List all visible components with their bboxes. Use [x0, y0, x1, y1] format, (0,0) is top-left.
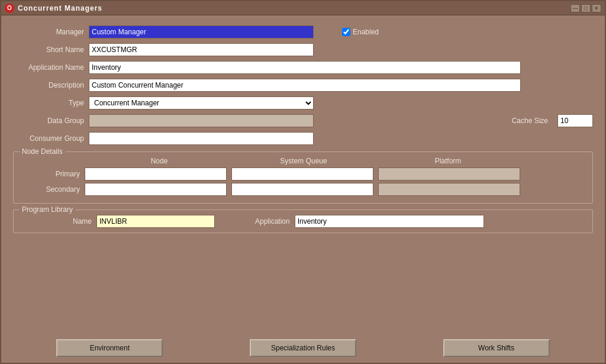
primary-platform-input[interactable] — [378, 167, 520, 181]
specialization-rules-button[interactable]: Specialization Rules — [250, 339, 356, 357]
node-col-header-sysqueue: System Queue — [233, 157, 375, 165]
appname-label: Application Name — [13, 63, 84, 72]
window-title: Concurrent Managers — [18, 4, 567, 12]
description-input[interactable] — [89, 79, 521, 92]
shortname-input[interactable] — [89, 43, 314, 56]
program-library-section: Program Library Name Application — [13, 210, 593, 233]
work-shifts-button[interactable]: Work Shifts — [443, 339, 550, 357]
primary-node-input[interactable] — [85, 167, 227, 181]
datagroup-label: Data Group — [13, 117, 84, 125]
consumergroup-label: Consumer Group — [13, 134, 84, 143]
main-window: O Concurrent Managers — □ ✕ Manager Enab… — [0, 0, 606, 364]
lib-name-input[interactable] — [96, 215, 215, 228]
cachesize-label: Cache Size — [512, 117, 548, 125]
enabled-checkbox[interactable] — [342, 28, 350, 36]
secondary-node-row: Secondary — [21, 183, 585, 196]
node-col-header-platform: Platform — [375, 157, 521, 165]
window-controls: — □ ✕ — [570, 4, 601, 12]
appname-input[interactable] — [89, 61, 521, 74]
lib-name-label: Name — [21, 217, 92, 226]
restore-button[interactable]: □ — [581, 4, 591, 12]
lib-application-label: Application — [255, 217, 290, 226]
secondary-sysqueue-input[interactable] — [231, 183, 373, 196]
node-details-title: Node Details — [20, 147, 65, 156]
node-col-header-node: Node — [86, 157, 233, 165]
manager-label: Manager — [13, 28, 84, 36]
type-select[interactable]: Concurrent Manager Internal Monitor Tran… — [89, 96, 314, 109]
type-row: Type Concurrent Manager Internal Monitor… — [13, 96, 593, 110]
enabled-container: Enabled — [342, 28, 379, 36]
shortname-row: Short Name — [13, 43, 593, 57]
node-details-section: Node Details Node System Queue Platform … — [13, 152, 593, 204]
description-row: Description — [13, 78, 593, 92]
cachesize-input[interactable] — [557, 114, 593, 127]
manager-input[interactable] — [89, 25, 314, 38]
minimize-button[interactable]: — — [570, 4, 580, 12]
environment-button[interactable]: Environment — [56, 339, 163, 357]
manager-row: Manager Enabled — [13, 25, 593, 39]
primary-node-row: Primary — [21, 167, 585, 181]
app-icon: O — [5, 4, 14, 13]
datagroup-input[interactable] — [89, 114, 314, 127]
program-lib-row: Name Application — [21, 215, 585, 228]
enabled-label: Enabled — [353, 28, 379, 36]
primary-sysqueue-input[interactable] — [231, 167, 373, 181]
node-column-headers: Node System Queue Platform — [21, 157, 585, 165]
primary-label: Primary — [21, 170, 80, 178]
secondary-platform-input[interactable] — [378, 183, 520, 196]
consumergroup-row: Consumer Group — [13, 131, 593, 146]
buttons-row: Environment Specialization Rules Work Sh… — [1, 333, 605, 363]
appname-row: Application Name — [13, 60, 593, 75]
type-label: Type — [13, 99, 84, 107]
form-content: Manager Enabled Short Name Application N… — [1, 15, 605, 333]
secondary-node-input[interactable] — [85, 183, 227, 196]
program-library-title: Program Library — [20, 205, 75, 214]
secondary-label: Secondary — [21, 185, 80, 194]
title-bar: O Concurrent Managers — □ ✕ — [1, 1, 605, 15]
datagroup-row: Data Group Cache Size — [13, 114, 593, 128]
consumergroup-input[interactable] — [89, 132, 314, 145]
shortname-label: Short Name — [13, 46, 84, 54]
close-button[interactable]: ✕ — [592, 4, 601, 12]
description-label: Description — [13, 81, 84, 89]
lib-application-input[interactable] — [295, 215, 484, 228]
